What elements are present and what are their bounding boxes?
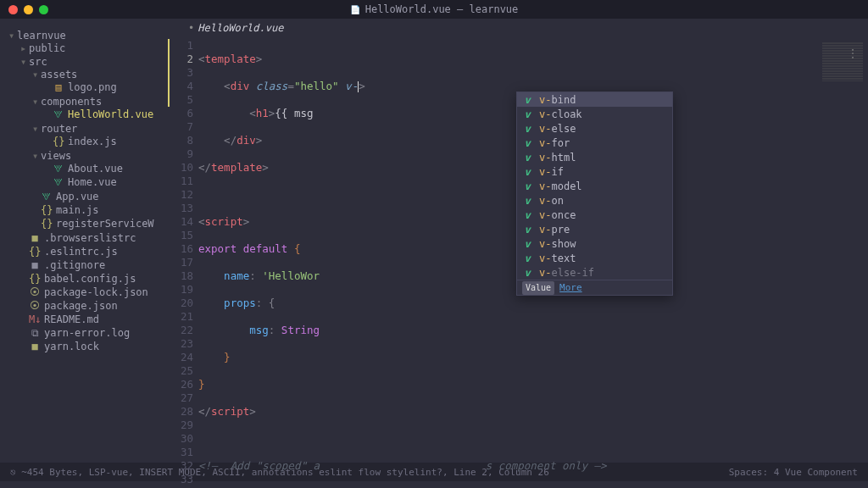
- vue-directive-icon: v: [522, 266, 532, 280]
- file-babel[interactable]: babel.config.js: [44, 273, 136, 285]
- autocomplete-item[interactable]: vv-html: [517, 150, 672, 164]
- gutter: 1234567891011121314151617181920212223242…: [173, 37, 198, 488]
- file-index[interactable]: index.js: [68, 136, 117, 147]
- tab-bar[interactable]: •HelloWorld.vue: [173, 19, 868, 37]
- image-icon: ▤: [53, 81, 64, 93]
- json-icon: ⦿: [29, 300, 41, 312]
- folder-root[interactable]: learnvue: [17, 30, 66, 42]
- autocomplete-kind-badge: Value: [522, 281, 554, 295]
- file-main[interactable]: main.js: [56, 204, 99, 216]
- folder-views[interactable]: views: [41, 150, 71, 162]
- autocomplete-popup[interactable]: vv-bindvv-cloakvv-elsevv-forvv-htmlvv-if…: [516, 92, 673, 296]
- file-icon: [350, 3, 360, 15]
- autocomplete-item[interactable]: vv-pre: [517, 222, 672, 236]
- vue-directive-icon: v: [522, 122, 532, 136]
- file-home[interactable]: Home.vue: [68, 176, 117, 188]
- vue-directive-icon: v: [522, 252, 532, 265]
- autocomplete-item[interactable]: vv-else-if: [517, 265, 672, 280]
- vue-directive-icon: v: [522, 136, 532, 150]
- vue-directive-icon: v: [522, 151, 532, 164]
- log-icon: ⧉: [29, 327, 41, 339]
- vue-directive-icon: v: [522, 180, 532, 193]
- js-icon: {}: [29, 273, 41, 285]
- folder-src[interactable]: src: [29, 56, 47, 68]
- file-eslint[interactable]: .eslintrc.js: [44, 246, 118, 258]
- file-yarnerr[interactable]: yarn-error.log: [44, 327, 130, 339]
- js-icon: {}: [53, 136, 64, 147]
- vue-directive-icon: v: [522, 208, 532, 222]
- titlebar: HelloWorld.vue — learnvue: [0, 0, 868, 19]
- autocomplete-item[interactable]: vv-bind: [517, 92, 672, 107]
- vue-icon: ⩔: [53, 176, 64, 188]
- vue-directive-icon: v: [522, 165, 532, 179]
- autocomplete-item[interactable]: vv-text: [517, 251, 672, 265]
- js-icon: {}: [29, 246, 41, 258]
- window-title: HelloWorld.vue — learnvue: [0, 3, 868, 15]
- file-rsw[interactable]: registerServiceW: [56, 218, 154, 230]
- modified-indicator: •: [188, 22, 194, 34]
- file-readme[interactable]: README.md: [44, 313, 99, 325]
- tab-helloworld[interactable]: •HelloWorld.vue: [178, 19, 293, 37]
- vue-icon: ⩔: [41, 191, 53, 202]
- code-area[interactable]: <template> <div class="hello" v-> <h1>{{…: [198, 37, 809, 488]
- config-icon: ■: [29, 232, 41, 244]
- lock-icon: ■: [29, 341, 41, 352]
- folder-router[interactable]: router: [41, 123, 77, 135]
- folder-assets[interactable]: assets: [41, 69, 77, 80]
- vue-directive-icon: v: [522, 108, 532, 121]
- autocomplete-item[interactable]: vv-on: [517, 193, 672, 208]
- folder-components[interactable]: components: [41, 96, 102, 108]
- vue-directive-icon: v: [522, 237, 532, 251]
- file-pkg[interactable]: package.json: [44, 300, 118, 312]
- file-gitignore[interactable]: .gitignore: [44, 259, 105, 271]
- file-pkglock[interactable]: package-lock.json: [44, 286, 148, 298]
- file-browserslist[interactable]: .browserslistrc: [44, 232, 136, 244]
- md-icon: M↓: [29, 313, 41, 325]
- autocomplete-item[interactable]: vv-once: [517, 208, 672, 222]
- vue-directive-icon: v: [522, 194, 532, 208]
- file-helloworld[interactable]: HelloWorld.vue: [68, 108, 153, 120]
- autocomplete-item[interactable]: vv-for: [517, 136, 672, 150]
- autocomplete-more-link[interactable]: More: [559, 281, 582, 295]
- minimap[interactable]: [809, 37, 868, 488]
- autocomplete-item[interactable]: vv-show: [517, 236, 672, 251]
- vue-icon: ⩔: [53, 163, 64, 175]
- file-logo[interactable]: logo.png: [68, 81, 117, 93]
- autocomplete-item[interactable]: vv-model: [517, 179, 672, 193]
- vue-icon: ⩔: [53, 108, 64, 120]
- vue-directive-icon: v: [522, 93, 532, 107]
- autocomplete-item[interactable]: vv-cloak: [517, 107, 672, 121]
- autocomplete-item[interactable]: vv-if: [517, 164, 672, 179]
- autocomplete-item[interactable]: vv-else: [517, 121, 672, 136]
- file-tree[interactable]: ▾learnvue ▸public ▾src ▾assets ▤logo.png…: [0, 19, 173, 463]
- folder-public[interactable]: public: [29, 42, 65, 54]
- file-yarnlock[interactable]: yarn.lock: [44, 341, 99, 352]
- file-app[interactable]: App.vue: [56, 191, 99, 202]
- file-about[interactable]: About.vue: [68, 163, 123, 175]
- js-icon: {}: [41, 204, 53, 216]
- js-icon: {}: [41, 218, 53, 230]
- config-icon: ■: [29, 259, 41, 271]
- code-editor[interactable]: 1234567891011121314151617181920212223242…: [173, 37, 868, 488]
- vue-directive-icon: v: [522, 223, 532, 236]
- json-icon: ⦿: [29, 286, 41, 298]
